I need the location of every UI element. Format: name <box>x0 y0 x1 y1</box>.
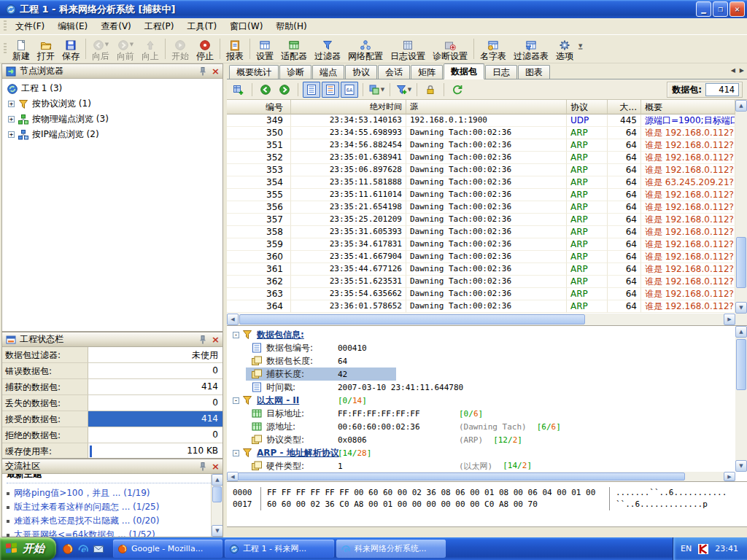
menu-item-0[interactable]: 文件(F) <box>9 19 51 34</box>
tab-scroll-right-icon[interactable]: ▶ <box>738 66 746 74</box>
packet-table-hscrollbar[interactable]: ◀ ▶ <box>227 314 735 325</box>
expand-icon[interactable]: + <box>8 101 15 107</box>
expand-icon[interactable]: + <box>8 116 15 122</box>
menu-item-5[interactable]: 窗口(W) <box>223 19 269 34</box>
toolbar-button-1[interactable]: 打开 <box>34 36 58 62</box>
toolbar-button-5[interactable]: ▼ 向前 <box>113 36 138 62</box>
packet-row-359[interactable]: 359 23:35:34.617831 Dawning Tach:00:02:3… <box>227 238 735 251</box>
packet-row-361[interactable]: 361 23:35:44.677126 Dawning Tach:00:02:3… <box>227 263 735 276</box>
hex-line-0[interactable]: 0000 FF FF FF FF FF FF 00 60 60 00 02 36… <box>227 487 747 499</box>
make-filter-dropdown[interactable]: ▼ <box>395 82 412 98</box>
menu-item-3[interactable]: 工程(P) <box>138 19 181 34</box>
view-list-toggle[interactable] <box>303 82 320 98</box>
scroll-down-icon[interactable]: ▼ <box>735 302 747 314</box>
detail-field-1[interactable]: 数据包编号: 000410 <box>227 341 735 354</box>
detail-section-0[interactable]: - 数据包信息: <box>227 328 735 341</box>
packet-row-358[interactable]: 358 23:35:31.605393 Dawning Tach:00:02:3… <box>227 226 735 238</box>
toolbar-button-6[interactable]: 向上 <box>138 36 163 62</box>
detail-section-9[interactable]: - ARP - 地址解析协议 [14/28] <box>227 446 735 459</box>
collapse-icon[interactable]: - <box>233 450 239 456</box>
refresh-button[interactable] <box>449 82 466 98</box>
close-icon[interactable]: × <box>212 335 220 344</box>
lock-scroll-button[interactable] <box>422 82 439 98</box>
detail-field-7[interactable]: 源地址: 00:60:60:00:02:36 (Dawning Tach)[6/… <box>227 420 735 433</box>
toolbar-button-0[interactable]: 新建 <box>9 36 34 62</box>
toolbar-button-18[interactable]: 诊断设置 <box>429 36 471 62</box>
tab-2[interactable]: 端点 <box>312 65 344 79</box>
tab-8[interactable]: 图表 <box>518 65 550 79</box>
packet-row-350[interactable]: 350 23:34:55.698993 Dawning Tach:00:02:3… <box>227 127 735 139</box>
toolbar-button-8[interactable]: 开始 <box>168 36 193 62</box>
column-header-5[interactable]: 概要 <box>641 100 735 114</box>
add-to-nametable-button[interactable] <box>230 82 247 98</box>
hex-line-1[interactable]: 0017 60 60 00 02 36 C0 A8 00 01 00 00 00… <box>227 499 747 510</box>
view-hex-toggle[interactable]: 6A <box>341 82 358 98</box>
column-header-0[interactable]: 编号 <box>227 100 291 114</box>
packet-row-364[interactable]: 364 23:36:01.578652 Dawning Tach:00:02:3… <box>227 300 735 313</box>
scroll-thumb[interactable] <box>238 472 685 481</box>
scroll-left-icon[interactable]: ◀ <box>227 472 239 481</box>
pin-icon[interactable] <box>197 66 209 77</box>
tree-item-2[interactable]: +按IP端点浏览 (2) <box>4 127 221 142</box>
packet-row-362[interactable]: 362 23:35:51.623531 Dawning Tach:00:02:3… <box>227 276 735 288</box>
tab-scroll-arrows[interactable]: ◀▶ <box>729 66 746 74</box>
packet-table-vscrollbar[interactable]: ▲ ▼ <box>735 100 747 314</box>
quicklaunch-firefox[interactable] <box>62 543 74 555</box>
scroll-thumb[interactable] <box>239 314 585 324</box>
close-icon[interactable]: × <box>212 462 220 471</box>
toolbar-button-22[interactable]: 选项 <box>552 36 577 62</box>
column-header-1[interactable]: 绝对时间 <box>291 100 406 114</box>
toolbar-button-4[interactable]: ▼ 向后 <box>88 36 113 62</box>
next-packet-button[interactable] <box>276 82 293 98</box>
detail-section-5[interactable]: - 以太网 - II [0/14] <box>227 394 735 407</box>
packet-row-351[interactable]: 351 23:34:56.882454 Dawning Tach:00:02:3… <box>227 139 735 152</box>
view-detail-toggle[interactable] <box>322 82 339 98</box>
tab-5[interactable]: 矩阵 <box>411 65 443 79</box>
collapse-icon[interactable]: - <box>233 332 239 338</box>
tab-1[interactable]: 诊断 <box>279 65 311 79</box>
toolbar-button-21[interactable]: 过滤器表 <box>510 36 552 62</box>
chevron-down-icon[interactable]: ▼ <box>130 42 133 47</box>
packet-row-349[interactable]: 349 23:34:53.140163 192.168.0.1:1900 UDP… <box>227 114 735 127</box>
chevron-down-icon[interactable]: ▼ <box>381 87 384 93</box>
scroll-right-icon[interactable]: ▶ <box>724 472 735 481</box>
expand-icon[interactable]: + <box>8 131 15 138</box>
column-header-4[interactable]: 大... <box>608 100 641 114</box>
toolbar-button-9[interactable]: 停止 <box>193 36 217 62</box>
taskbar-task-1[interactable]: 工程 1 - 科来网... <box>225 540 334 558</box>
tree-item-0[interactable]: +按协议浏览 (1) <box>4 96 221 112</box>
collapse-icon[interactable]: - <box>233 397 239 404</box>
toolbar-button-17[interactable]: 日志设置 <box>387 36 429 62</box>
quicklaunch-ie[interactable]: e <box>77 543 89 555</box>
detail-field-3[interactable]: 捕获长度: 42 <box>227 368 735 381</box>
scroll-down-icon[interactable]: ▼ <box>212 525 222 537</box>
forum-topic-2[interactable]: 难道科来也还是找不出隐藏 ... (0/20) <box>7 514 208 528</box>
detail-hscrollbar[interactable]: ◀ ▶ <box>227 472 735 481</box>
kaspersky-icon[interactable] <box>697 543 709 555</box>
menubar-grip[interactable] <box>4 20 7 32</box>
toolbar-grip[interactable] <box>4 43 7 55</box>
toolbar-button-16[interactable]: 网络配置 <box>344 36 387 62</box>
packet-row-352[interactable]: 352 23:35:01.638941 Dawning Tach:00:02:3… <box>227 152 735 164</box>
restore-button[interactable]: ❐ <box>713 1 728 17</box>
packet-row-354[interactable]: 354 23:35:11.581888 Dawning Tach:00:02:3… <box>227 176 735 189</box>
packet-row-357[interactable]: 357 23:35:25.201209 Dawning Tach:00:02:3… <box>227 214 735 226</box>
scroll-up-icon[interactable]: ▲ <box>212 474 222 486</box>
toolbar-button-2[interactable]: 保存 <box>58 36 83 62</box>
scroll-up-icon[interactable]: ▲ <box>735 326 747 338</box>
scroll-left-icon[interactable]: ◀ <box>227 314 239 325</box>
packet-row-355[interactable]: 355 23:35:11.611014 Dawning Tach:00:02:3… <box>227 189 735 201</box>
display-format-dropdown[interactable]: ▼ <box>368 82 385 98</box>
scroll-up-icon[interactable]: ▲ <box>735 100 747 112</box>
column-header-3[interactable]: 协议 <box>567 100 608 114</box>
start-button[interactable]: 开始 <box>0 537 56 560</box>
tab-6[interactable]: 数据包 <box>444 63 484 79</box>
scroll-right-icon[interactable]: ▶ <box>724 314 735 325</box>
forum-topic-3[interactable]: 大哥哥网络<=64k数据包 ... (1/52) <box>7 528 208 537</box>
packet-row-356[interactable]: 356 23:35:21.654198 Dawning Tach:00:02:3… <box>227 201 735 214</box>
language-indicator[interactable]: EN <box>681 544 692 553</box>
community-scrollbar[interactable]: ▲ ▼ <box>211 474 222 537</box>
tab-0[interactable]: 概要统计 <box>229 65 279 79</box>
scroll-thumb[interactable] <box>736 339 746 390</box>
toolbar-button-13[interactable]: 设置 <box>252 36 277 62</box>
